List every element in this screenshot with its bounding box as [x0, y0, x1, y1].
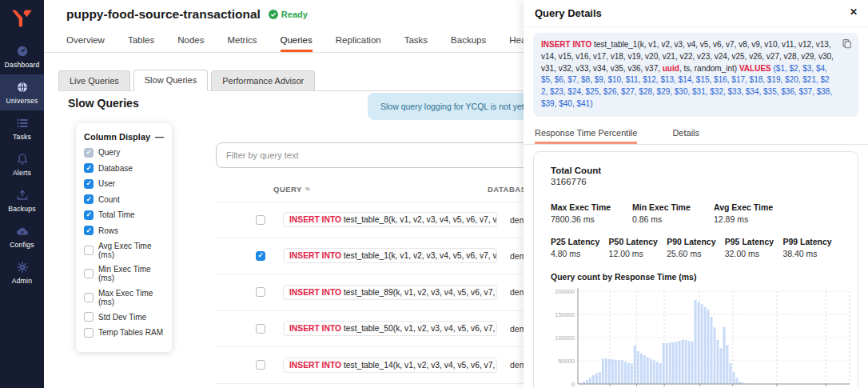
column-option-label: Std Dev Time [98, 313, 146, 322]
response-time-histogram: 050000100000150000200000[1.5,1.6)[3.6,4.… [546, 285, 841, 388]
column-option-total-time[interactable]: Total Time [84, 210, 164, 220]
tab-nodes[interactable]: Nodes [177, 35, 204, 52]
checkbox[interactable] [84, 163, 94, 173]
sidebar-item-admin[interactable]: Admin [0, 254, 44, 290]
backups-icon [0, 189, 44, 202]
sidebar-item-dashboard[interactable]: Dashboard [0, 38, 44, 74]
stat-label: P25 Latency [551, 237, 609, 246]
stat-label: Min Exec Time [632, 202, 714, 212]
column-option-count[interactable]: Count [84, 194, 164, 204]
checkbox[interactable] [84, 269, 94, 278]
tab-replication[interactable]: Replication [336, 35, 381, 52]
stat-value: 12.00 ms [609, 249, 667, 258]
column-option-label: Total Time [98, 210, 135, 219]
sidebar-item-label: Backups [0, 205, 44, 213]
sql-keyword: INSERT INTO [289, 361, 341, 370]
sidebar-item-tasks[interactable]: Tasks [0, 110, 44, 146]
tab-overview[interactable]: Overview [66, 35, 105, 52]
stat-value: 32.00 ms [725, 249, 783, 258]
sidebar-item-backups[interactable]: Backups [0, 182, 44, 218]
tab-details[interactable]: Details [672, 124, 699, 144]
column-option-min-exec-time-ms[interactable]: Min Exec Time (ms) [84, 265, 164, 282]
sidebar-item-universes[interactable]: Universes [0, 74, 44, 110]
sql-body: test_table_89(k, v1, v2, v3, v4, v5, v6,… [341, 288, 497, 297]
checkbox[interactable] [84, 293, 94, 302]
sidebar-item-configs[interactable]: Configs [0, 218, 44, 254]
details-tabs: Response Time Percentile Details [524, 124, 868, 145]
column-option-label: Temp Tables RAM [98, 328, 163, 337]
stat-value: 4.80 ms [551, 249, 609, 258]
chart-title: Query count by Response Time (ms) [551, 272, 841, 282]
stat-label: P99 Latency [782, 237, 841, 246]
checkbox[interactable] [84, 226, 94, 235]
sql-text: INSERT INTO test_table_1(k, v1, v2, v3, … [541, 40, 834, 108]
table-row[interactable]: INSERT INTO test_table_8(k, v1, v2, v3, … [216, 202, 559, 238]
checkbox[interactable] [84, 328, 94, 338]
column-option-label: Database [98, 164, 133, 173]
sql-body: test_table_14(k, v1, v2, v3, v4, v5, v6,… [341, 361, 497, 370]
search-input[interactable] [216, 142, 534, 168]
query-text-chip: INSERT INTO test_table_89(k, v1, v2, v3,… [283, 285, 497, 300]
row-checkbox[interactable] [256, 251, 265, 261]
column-header-query[interactable]: QUERY▾▴ [256, 185, 488, 194]
column-option-rows[interactable]: Rows [84, 226, 164, 235]
checkbox[interactable] [84, 312, 94, 322]
checkbox[interactable] [84, 246, 94, 255]
table-row[interactable]: INSERT INTO test_table_14(k, v1, v2, v3,… [216, 347, 559, 384]
stat-value: 12.89 ms [714, 214, 795, 224]
tab-tasks[interactable]: Tasks [404, 35, 428, 52]
sql-keyword: INSERT INTO [289, 215, 341, 224]
column-option-std-dev-time[interactable]: Std Dev Time [84, 312, 164, 322]
tab-metrics[interactable]: Metrics [227, 35, 257, 52]
column-option-avg-exec-time-ms[interactable]: Avg Exec Time (ms) [84, 242, 164, 259]
subtab-slow-queries[interactable]: Slow Queries [133, 70, 208, 91]
percentile-card: Total Count 3166776 Max Exec Time7800.36… [533, 151, 858, 388]
stat-value: 25.60 ms [667, 249, 725, 258]
table-row[interactable]: INSERT INTO test_table_89(k, v1, v2, v3,… [216, 274, 559, 311]
table-header-row: QUERY▾▴DATABASE▾▴ [216, 179, 559, 198]
stat-label: Max Exec Time [551, 202, 632, 212]
row-checkbox[interactable] [256, 215, 265, 225]
checkbox[interactable] [84, 210, 94, 220]
checkbox[interactable] [84, 179, 94, 189]
column-option-database[interactable]: Database [84, 163, 164, 173]
column-option-max-exec-time-ms[interactable]: Max Exec Time (ms) [84, 289, 164, 306]
column-option-user[interactable]: User [84, 179, 164, 189]
table-row[interactable]: INSERT INTO test_table_50(k, v1, v2, v3,… [216, 311, 559, 348]
sidebar-item-alerts[interactable]: Alerts [0, 146, 44, 182]
column-option-label: Query [98, 148, 120, 157]
stat-p50-latency: P50 Latency12.00 ms [609, 237, 667, 258]
table-row[interactable]: INSERT INTO test_table_1(k, v1, v2, v3, … [216, 238, 559, 275]
column-option-temp-tables-ram[interactable]: Temp Tables RAM [84, 328, 164, 338]
column-options: QueryDatabaseUserCountTotal TimeRowsAvg … [84, 148, 164, 338]
stat-p90-latency: P90 Latency25.60 ms [667, 237, 725, 258]
tab-queries[interactable]: Queries [281, 35, 313, 52]
checkbox [84, 148, 94, 158]
latency-stats: P25 Latency4.80 msP50 Latency12.00 msP90… [551, 237, 841, 258]
sidebar-nav: DashboardUniversesTasksAlertsBackupsConf… [0, 38, 44, 290]
tab-backups[interactable]: Backups [451, 35, 486, 52]
tab-response-time-percentile[interactable]: Response Time Percentile [535, 124, 637, 144]
query-text-chip: INSERT INTO test_table_8(k, v1, v2, v3, … [283, 212, 497, 227]
row-checkbox[interactable] [256, 287, 265, 297]
sidebar-item-label: Admin [0, 277, 44, 285]
row-checkbox[interactable] [256, 324, 265, 334]
column-display-title: Column Display [84, 132, 150, 142]
subtab-performance-advisor[interactable]: Performance Advisor [211, 70, 315, 90]
column-option-query[interactable]: Query [84, 148, 164, 158]
stat-min-exec-time: Min Exec Time0.86 ms [632, 202, 714, 224]
stat-value: 0.86 ms [632, 214, 714, 224]
checkbox[interactable] [84, 194, 94, 204]
close-icon[interactable]: ✕ [850, 6, 858, 18]
sort-icon[interactable]: ▾▴ [305, 186, 309, 192]
universe-tabs: OverviewTablesNodesMetricsQueriesReplica… [66, 35, 536, 52]
sql-body: test_table_50(k, v1, v2, v3, v4, v5, v6,… [341, 324, 497, 333]
copy-icon[interactable] [842, 38, 852, 53]
universes-icon [0, 81, 44, 94]
row-checkbox[interactable] [256, 360, 265, 370]
subtab-live-queries[interactable]: Live Queries [58, 70, 130, 90]
tab-tables[interactable]: Tables [128, 35, 154, 52]
sql-body: test_table_1(k, v1, v2, v3, v4, v5, v6, … [341, 251, 497, 260]
collapse-icon[interactable]: — [155, 134, 164, 140]
query-text-chip: INSERT INTO test_table_14(k, v1, v2, v3,… [283, 358, 497, 373]
